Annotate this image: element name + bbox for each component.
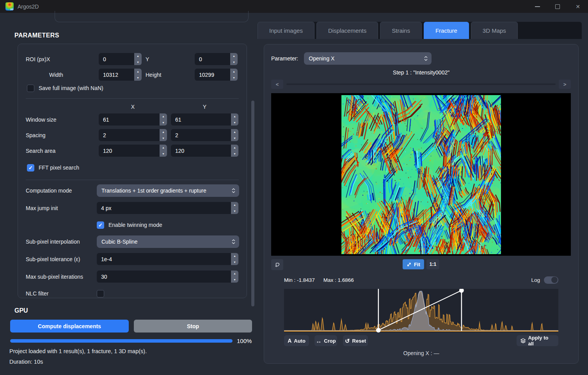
chevron-down-icon[interactable]: ▼ [160,135,167,142]
maximize-button[interactable] [547,0,568,13]
chevron-down-icon[interactable]: ▼ [231,120,238,126]
chevron-down-icon[interactable]: ▼ [231,151,238,157]
chevron-down-icon[interactable]: ▼ [231,208,238,214]
max-jump-input[interactable]: 4 px ▲▼ [97,202,238,214]
close-button[interactable]: ✕ [568,0,588,13]
stepper[interactable]: ▲▼ [160,113,167,126]
chevron-down-icon[interactable]: ▼ [230,59,238,65]
chevron-up-icon[interactable]: ▲ [230,53,238,59]
chevron-down-icon[interactable]: ▼ [160,151,167,157]
tab-displacements[interactable]: Displacements [316,22,378,39]
roi-x-value[interactable]: 0 [99,53,134,65]
replay-region-button[interactable] [271,259,283,270]
right-range-handle[interactable] [459,289,464,293]
chevron-up-icon[interactable]: ▲ [134,53,142,59]
tab-strains[interactable]: Strains [380,22,422,39]
roi-y-input[interactable]: 0 ▲▼ [195,53,238,65]
nlc-checkbox[interactable] [97,290,104,297]
chevron-up-icon[interactable]: ▲ [230,69,238,75]
subpixel-interp-row: Sub-pixel interpolation Cubic B-Spline [26,235,239,248]
next-step-button[interactable]: > [559,80,571,89]
chevron-up-icon[interactable]: ▲ [231,202,238,208]
crop-button[interactable]: ↔ Crop [314,335,337,346]
tab-input-images[interactable]: Input images [258,22,314,39]
chevron-up-icon[interactable]: ▲ [160,113,167,120]
spacing-x-input[interactable]: 2 ▲▼ [99,129,167,141]
roi-y-stepper[interactable]: ▲▼ [230,53,238,65]
chevron-down-icon[interactable]: ▼ [230,75,238,81]
chevron-up-icon[interactable]: ▲ [160,129,167,135]
chevron-up-icon[interactable]: ▲ [231,129,238,135]
window-size-x-input[interactable]: 61 ▲▼ [99,113,167,126]
spacing-row: Spacing 2 ▲▼ 2 ▲▼ [26,129,239,141]
chevron-down-icon[interactable]: ▼ [134,59,142,65]
compute-displacements-button[interactable]: Compute displacements [10,320,129,333]
tab-3d-maps[interactable]: 3D Maps [471,22,518,39]
transfer-function-overlay[interactable] [284,289,558,333]
spacing-y-input[interactable]: 2 ▲▼ [171,129,238,141]
save-full-image-checkbox[interactable] [27,85,34,92]
roi-y-value[interactable]: 0 [195,53,230,65]
height-input[interactable]: 10299 ▲▼ [195,69,238,81]
window-size-y-input[interactable]: 61 ▲▼ [171,113,238,126]
search-area-x-input[interactable]: 120 ▲▼ [99,145,167,157]
chevron-up-icon[interactable]: ▲ [231,113,238,120]
tab-fracture[interactable]: Fracture [424,22,469,39]
chevron-up-icon[interactable]: ▲ [160,145,167,151]
stepper[interactable]: ▲▼ [231,202,238,214]
chevron-down-icon[interactable]: ▼ [231,277,238,283]
column-y-header: Y [171,104,238,110]
fft-checkbox[interactable] [27,164,34,172]
chevron-down-icon[interactable]: ▼ [231,135,238,142]
subpixel-interp-select[interactable]: Cubic B-Spline [97,235,239,248]
computation-mode-select[interactable]: Translations + 1st order gradients + rup… [97,184,239,197]
left-panel-scrollbar[interactable] [251,101,254,306]
height-stepper[interactable]: ▲▼ [230,69,238,81]
log-label: Log [531,277,540,283]
roi-x-stepper[interactable]: ▲▼ [134,53,142,65]
max-iterations-input[interactable]: 30 ▲▼ [97,271,238,283]
roi-x-input[interactable]: 0 ▲▼ [99,53,142,65]
stepper[interactable]: ▲▼ [231,253,238,265]
auto-button[interactable]: A Auto [284,335,309,346]
parameter-select[interactable]: Opening X [304,52,432,65]
stepper[interactable]: ▲▼ [231,145,238,157]
chevron-down-icon[interactable]: ▼ [231,259,238,265]
scrolled-card-edge [55,11,249,22]
stepper[interactable]: ▲▼ [231,129,238,141]
prev-step-button[interactable]: < [271,80,283,89]
search-area-y-input[interactable]: 120 ▲▼ [171,145,238,157]
width-input[interactable]: 10312 ▲▼ [99,69,142,81]
roi-label: ROI (px) [26,56,46,62]
subpixel-tolerance-input[interactable]: 1e-4 ▲▼ [97,253,238,265]
left-range-handle[interactable] [376,328,381,333]
minimize-button[interactable] [527,0,547,13]
apply-to-all-button[interactable]: Apply to all [517,335,558,346]
width-value[interactable]: 10312 [99,69,134,81]
stepper[interactable]: ▲▼ [160,129,167,141]
chevron-down-icon[interactable]: ▼ [134,75,142,81]
image-viewer [271,93,571,256]
stepper[interactable]: ▲▼ [231,271,238,283]
chevron-up-icon[interactable]: ▲ [231,145,238,151]
chevron-up-icon[interactable]: ▲ [134,69,142,75]
chevron-up-icon[interactable]: ▲ [231,253,238,259]
reset-button[interactable]: ↺ Reset [343,335,368,346]
width-stepper[interactable]: ▲▼ [134,69,142,81]
parameters-card: ROI (px)X 0 ▲▼ Y 0 ▲▼ Width 10312 ▲▼ Hei… [18,44,247,298]
stop-button[interactable]: Stop [134,320,252,333]
chevron-down-icon[interactable]: ▼ [160,120,167,126]
progress-bar [10,339,233,343]
height-value[interactable]: 10299 [195,69,230,81]
twinning-checkbox[interactable] [97,221,104,229]
fracture-map-image[interactable] [341,95,501,254]
fit-button[interactable]: Fit [403,259,424,269]
chevron-up-icon[interactable]: ▲ [231,271,238,277]
app-logo: 2D [5,2,14,11]
stepper[interactable]: ▲▼ [160,145,167,157]
region-plus-icon [274,262,281,268]
step-slider[interactable] [286,83,556,85]
one-to-one-button[interactable]: 1:1 [426,259,439,269]
stepper[interactable]: ▲▼ [231,113,238,126]
log-toggle[interactable] [544,276,558,284]
